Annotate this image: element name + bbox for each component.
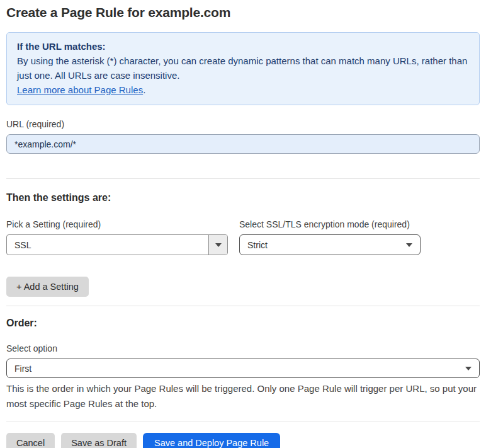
divider: [6, 178, 480, 179]
order-select[interactable]: First: [6, 359, 480, 378]
order-section-heading: Order:: [6, 317, 480, 330]
add-setting-button[interactable]: + Add a Setting: [6, 277, 89, 297]
pick-setting-label: Pick a Setting (required): [6, 219, 228, 230]
divider: [6, 422, 480, 422]
order-select-label: Select option: [6, 343, 480, 354]
create-page-rule-form: Create a Page Rule for example.com If th…: [0, 0, 486, 448]
ssl-mode-label: Select SSL/TLS encryption mode (required…: [239, 219, 421, 230]
divider: [6, 306, 480, 306]
url-input[interactable]: [6, 134, 480, 154]
info-callout-heading: If the URL matches:: [17, 39, 469, 54]
footer-actions: Cancel Save as Draft Save and Deploy Pag…: [6, 433, 480, 448]
chevron-down-icon: [465, 367, 472, 370]
pick-setting-select[interactable]: SSL: [6, 234, 228, 255]
settings-row: Pick a Setting (required) SSL Select SSL…: [6, 205, 480, 255]
info-callout-link-line: Learn more about Page Rules.: [17, 83, 469, 97]
order-help-text: This is the order in which your Page Rul…: [6, 381, 480, 411]
ssl-mode-field: Select SSL/TLS encryption mode (required…: [239, 205, 421, 255]
save-and-deploy-button[interactable]: Save and Deploy Page Rule: [143, 433, 280, 448]
order-selected-value: First: [14, 364, 31, 374]
link-period: .: [143, 84, 145, 95]
select-arrow-box: [208, 235, 227, 255]
chevron-down-icon: [406, 243, 412, 247]
pick-setting-selected-value: SSL: [7, 240, 208, 250]
ssl-mode-selected-value: Strict: [247, 240, 268, 250]
chevron-down-icon: [215, 243, 222, 247]
save-as-draft-button[interactable]: Save as Draft: [61, 433, 137, 448]
pick-setting-field: Pick a Setting (required) SSL: [6, 205, 228, 255]
info-callout-body: By using the asterisk (*) character, you…: [17, 54, 469, 83]
url-field-label: URL (required): [6, 119, 480, 130]
settings-section-heading: Then the settings are:: [6, 192, 480, 204]
learn-more-link[interactable]: Learn more about Page Rules: [17, 84, 143, 95]
page-title: Create a Page Rule for example.com: [6, 4, 480, 21]
ssl-mode-select[interactable]: Strict: [239, 234, 421, 255]
cancel-button[interactable]: Cancel: [6, 433, 55, 448]
url-match-info-callout: If the URL matches: By using the asteris…: [6, 32, 480, 105]
